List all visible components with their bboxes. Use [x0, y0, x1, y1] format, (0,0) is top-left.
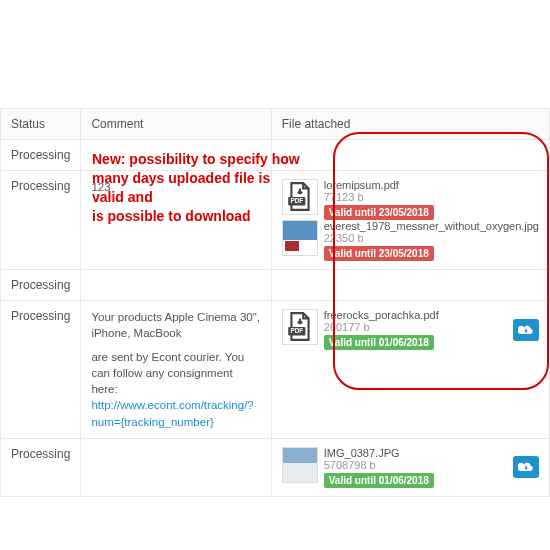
file-cell: IMG_0387.JPG5708798 bValid until 01/06/2… — [271, 438, 549, 496]
comment-line: are sent by Econt courier. You can follo… — [91, 349, 260, 429]
image-thumbnail — [282, 447, 318, 483]
file-cell — [271, 140, 549, 171]
status-cell: Processing — [1, 301, 81, 439]
file-cell: PDFloremipsum.pdf77123 bValid until 23/0… — [271, 171, 549, 270]
table-row: Processing123PDFloremipsum.pdf77123 bVal… — [1, 171, 550, 270]
cloud-download-icon — [518, 324, 534, 336]
comment-cell — [81, 270, 271, 301]
image-thumbnail — [282, 220, 318, 256]
header-comment: Comment — [81, 109, 271, 140]
table-row: ProcessingIMG_0387.JPG5708798 bValid unt… — [1, 438, 550, 496]
file-attachment: everest_1978_messner_without_oxygen.jpg2… — [282, 220, 539, 261]
tracking-link[interactable]: http://www.econt.com/tracking/?num={trac… — [91, 399, 253, 427]
status-cell: Processing — [1, 438, 81, 496]
file-attachment: PDFloremipsum.pdf77123 bValid until 23/0… — [282, 179, 539, 220]
file-name: loremipsum.pdf — [324, 179, 539, 191]
file-cell — [271, 270, 549, 301]
file-size: 5708798 b — [324, 459, 505, 471]
file-name: IMG_0387.JPG — [324, 447, 505, 459]
order-history-table: Status Comment File attached ProcessingP… — [0, 108, 550, 497]
svg-text:PDF: PDF — [290, 327, 303, 334]
table-row: ProcessingYour products Apple Cinema 30"… — [1, 301, 550, 439]
validity-badge: Valid until 23/05/2018 — [324, 205, 434, 220]
file-name: everest_1978_messner_without_oxygen.jpg — [324, 220, 539, 232]
validity-badge: Valid until 23/05/2018 — [324, 246, 434, 261]
pdf-icon: PDF — [282, 309, 318, 345]
pdf-icon: PDF — [282, 179, 318, 215]
comment-cell — [81, 438, 271, 496]
spacer-top — [0, 0, 550, 108]
file-name: freerocks_porachka.pdf — [324, 309, 505, 321]
file-size: 22350 b — [324, 232, 539, 244]
comment-cell: 123 — [81, 171, 271, 270]
comment-cell: Your products Apple Cinema 30", iPhone, … — [81, 301, 271, 439]
comment-cell — [81, 140, 271, 171]
validity-badge: Valid until 01/06/2018 — [324, 473, 434, 488]
file-cell: PDFfreerocks_porachka.pdf260177 bValid u… — [271, 301, 549, 439]
file-attachment: IMG_0387.JPG5708798 bValid until 01/06/2… — [282, 447, 505, 488]
table-row: Processing — [1, 270, 550, 301]
status-cell: Processing — [1, 140, 81, 171]
status-cell: Processing — [1, 270, 81, 301]
download-button[interactable] — [513, 319, 539, 341]
status-cell: Processing — [1, 171, 81, 270]
header-status: Status — [1, 109, 81, 140]
table-row: Processing — [1, 140, 550, 171]
validity-badge: Valid until 01/06/2018 — [324, 335, 434, 350]
header-file: File attached — [271, 109, 549, 140]
cloud-download-icon — [518, 461, 534, 473]
file-size: 260177 b — [324, 321, 505, 333]
comment-line: Your products Apple Cinema 30", iPhone, … — [91, 309, 260, 341]
svg-text:PDF: PDF — [290, 197, 303, 204]
file-size: 77123 b — [324, 191, 539, 203]
download-button[interactable] — [513, 456, 539, 478]
file-attachment: PDFfreerocks_porachka.pdf260177 bValid u… — [282, 309, 505, 350]
